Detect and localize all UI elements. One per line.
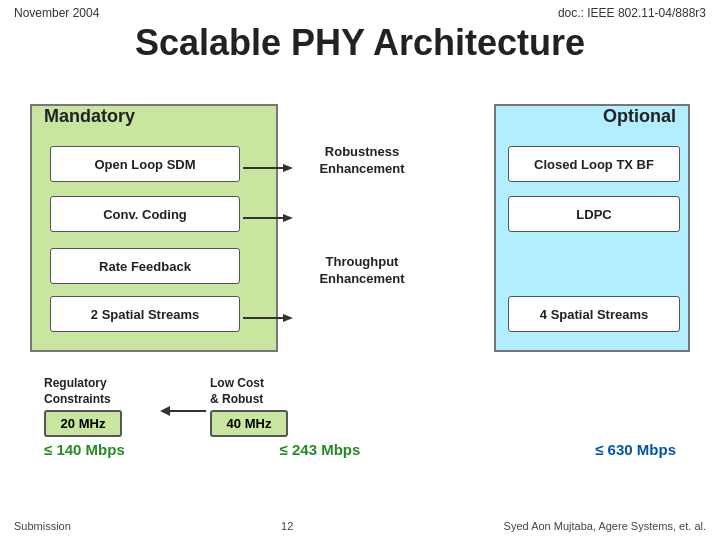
rate-feedback-label: Rate Feedback (99, 259, 191, 274)
mhz-40-box: 40 MHz (210, 410, 288, 437)
throughput-enhancement-label: Throughput Enhancement (282, 254, 442, 288)
arrow-left-section (160, 376, 210, 418)
four-spatial-streams-label: 4 Spatial Streams (540, 307, 648, 322)
footer-left: Submission (14, 520, 71, 532)
low-cost-section: Low Cost & Robust 40 MHz (210, 376, 320, 437)
two-spatial-streams-label: 2 Spatial Streams (91, 307, 199, 322)
header-right: doc.: IEEE 802.11-04/888r3 (558, 6, 706, 20)
ldpc-box: LDPC (508, 196, 680, 232)
mbps-middle: ≤ 243 Mbps (280, 441, 361, 458)
robustness-enhancement-label: Robustness Enhancement (282, 144, 442, 178)
arrow-robustness-2 (243, 212, 293, 224)
low-cost-label: Low Cost & Robust (210, 376, 320, 407)
rate-feedback-box: Rate Feedback (50, 248, 240, 284)
arrow-robustness-1 (243, 162, 293, 174)
regulatory-constraints-label: Regulatory Constraints (44, 376, 160, 407)
mbps-left: ≤ 140 Mbps (44, 441, 125, 458)
closed-loop-tx-bf-box: Closed Loop TX BF (508, 146, 680, 182)
four-spatial-streams-box: 4 Spatial Streams (508, 296, 680, 332)
optional-label: Optional (603, 106, 676, 127)
svg-marker-5 (283, 314, 293, 322)
mhz-20-box: 20 MHz (44, 410, 122, 437)
header-left: November 2004 (14, 6, 99, 20)
conv-coding-box: Conv. Coding (50, 196, 240, 232)
open-loop-sdm-box: Open Loop SDM (50, 146, 240, 182)
conv-coding-label: Conv. Coding (103, 207, 187, 222)
mandatory-label: Mandatory (44, 106, 135, 127)
footer-right: Syed Aon Mujtaba, Agere Systems, et. al. (504, 520, 706, 532)
open-loop-sdm-label: Open Loop SDM (94, 157, 195, 172)
closed-loop-tx-bf-label: Closed Loop TX BF (534, 157, 654, 172)
svg-marker-3 (283, 214, 293, 222)
regulatory-constraints-section: Regulatory Constraints 20 MHz (30, 376, 160, 437)
mbps-right: ≤ 630 Mbps (595, 441, 676, 458)
footer-center: 12 (281, 520, 293, 532)
arrow-throughput (243, 312, 293, 324)
two-spatial-streams-box: 2 Spatial Streams (50, 296, 240, 332)
arrow-left-icon (160, 404, 206, 418)
ldpc-label: LDPC (576, 207, 611, 222)
page-title: Scalable PHY Architecture (0, 22, 720, 74)
svg-marker-1 (283, 164, 293, 172)
